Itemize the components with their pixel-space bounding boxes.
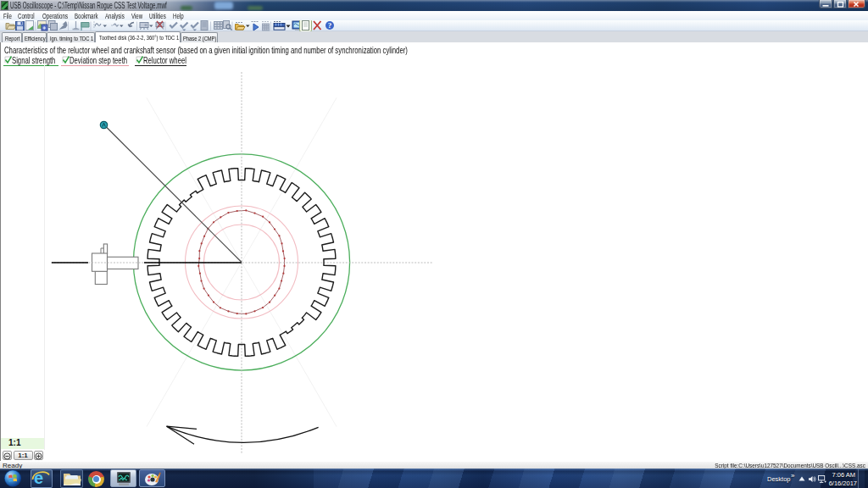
svg-text:?: ? [327, 21, 331, 30]
